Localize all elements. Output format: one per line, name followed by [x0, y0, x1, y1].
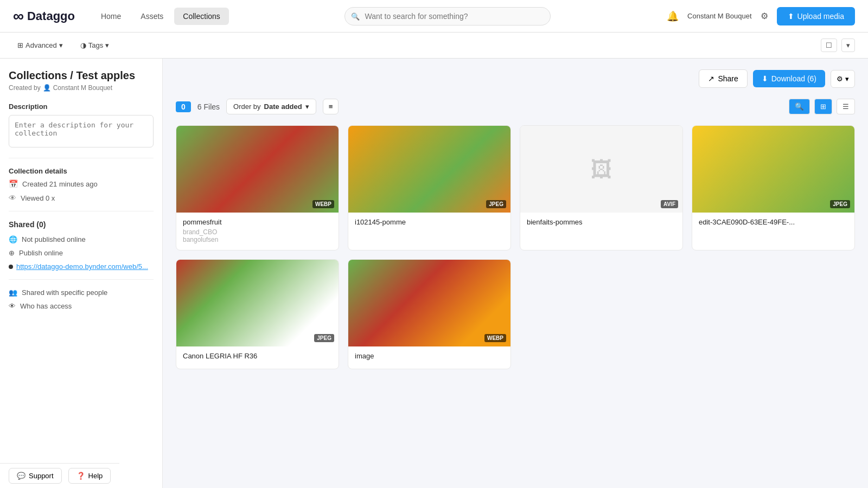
order-chevron-icon: ▾: [305, 102, 309, 111]
logo[interactable]: ∞ Dataggo: [13, 8, 75, 25]
card-info: i102145-pomme: [348, 213, 510, 235]
upload-label: Upload media: [797, 12, 844, 21]
asset-card[interactable]: WEBP pommesfruit brand_CBObangolufsen: [176, 125, 339, 251]
share-button[interactable]: ↗ Share: [699, 69, 747, 88]
asset-card[interactable]: 🖼 AVIF bienfaits-pommes: [520, 125, 683, 251]
notification-button[interactable]: 🔔: [667, 10, 679, 22]
divider-3: [9, 279, 154, 280]
support-button[interactable]: 💬 Support: [9, 468, 62, 484]
card-image-wrap: WEBP: [348, 260, 510, 346]
card-title: Canon LEGRIA HF R36: [183, 352, 332, 360]
user-name: Constant M Bouquet: [687, 12, 752, 20]
search-input[interactable]: [344, 7, 551, 25]
publish-label: Publish online: [19, 249, 63, 257]
user-icon: 👤: [43, 84, 51, 92]
download-label: Download (6): [771, 74, 816, 83]
view-chevron-button[interactable]: ▾: [841, 38, 855, 52]
main-nav: Home Assets Collections: [92, 8, 229, 25]
card-title: pommesfruit: [183, 218, 332, 226]
card-meta2: bangolufsen: [183, 236, 332, 243]
collection-settings-button[interactable]: ⚙ ▾: [831, 70, 855, 88]
eye-icon: 👁: [9, 194, 16, 202]
divider-1: [9, 158, 154, 158]
order-value: Date added: [264, 102, 302, 111]
help-button[interactable]: ❓ Help: [68, 468, 111, 484]
support-icon: 💬: [17, 472, 25, 480]
list-view-button[interactable]: ☰: [837, 99, 855, 114]
dot-icon: [9, 265, 13, 269]
nav-collections[interactable]: Collections: [174, 8, 228, 25]
filter-bar: 0 6 Files Order by Date added ▾ ≡ 🔍 ⊞ ☰: [176, 99, 855, 114]
search-icon: 🔍: [351, 12, 360, 20]
asset-card[interactable]: JPEG i102145-pomme: [348, 125, 511, 251]
tags-button[interactable]: ◑ Tags ▾: [76, 39, 113, 52]
who-has-access-label: Who has access: [20, 302, 72, 310]
not-published-item[interactable]: 🌐 Not published online: [9, 235, 154, 243]
divider-2: [9, 211, 154, 211]
logo-text: Dataggo: [27, 9, 75, 23]
people-icon: 👥: [9, 288, 17, 297]
card-image-wrap: WEBP: [176, 126, 339, 213]
main-header-actions: ↗ Share ⬇ Download (6) ⚙ ▾: [699, 69, 855, 88]
search-toggle-button[interactable]: 🔍: [789, 99, 810, 114]
files-count-label: 6 Files: [197, 102, 220, 111]
sidebar: Collections / Test apples Created by 👤 C…: [0, 59, 163, 488]
card-image-wrap: JPEG: [176, 260, 339, 346]
main-header: ↗ Share ⬇ Download (6) ⚙ ▾: [176, 69, 855, 88]
description-input[interactable]: [9, 115, 154, 147]
advanced-label: Advanced: [25, 41, 57, 49]
asset-card[interactable]: WEBP image: [348, 259, 511, 369]
collection-details-label: Collection details: [9, 167, 154, 175]
globe-icon: 🌐: [9, 235, 17, 243]
created-by-label: Created by: [9, 84, 41, 92]
asset-card[interactable]: JPEG edit-3CAE090D-63EE-49FE-...: [692, 125, 855, 251]
advanced-button[interactable]: ⊞ Advanced ▾: [13, 39, 67, 52]
shared-title: Shared (0): [9, 220, 154, 229]
filter-icon: ⊞: [17, 41, 23, 49]
logo-symbol: ∞: [13, 8, 24, 25]
download-button[interactable]: ⬇ Download (6): [753, 70, 825, 87]
created-detail: 📅 Created 21 minutes ago: [9, 179, 154, 188]
nav-assets[interactable]: Assets: [132, 8, 172, 25]
view-mode-button[interactable]: ☐: [821, 38, 837, 52]
publish-online-item[interactable]: ⊕ Publish online: [9, 249, 154, 257]
card-image-wrap: JPEG: [348, 126, 510, 213]
created-by-row: Created by 👤 Constant M Bouquet: [9, 84, 154, 92]
nav-home[interactable]: Home: [92, 8, 130, 25]
upload-media-button[interactable]: ⬆ Upload media: [777, 7, 855, 25]
not-published-label: Not published online: [22, 235, 86, 243]
toolbar-right: ☐ ▾: [821, 38, 855, 52]
format-badge: JPEG: [314, 334, 334, 342]
sort-icon: ≡: [329, 102, 333, 111]
gear-chevron-icon: ▾: [845, 75, 849, 83]
viewed-text: Viewed 0 x: [21, 194, 55, 202]
filter-right: 🔍 ⊞ ☰: [789, 99, 855, 114]
card-title: edit-3CAE090D-63EE-49FE-...: [699, 218, 848, 226]
tags-label: Tags: [88, 41, 103, 49]
support-label: Support: [29, 472, 54, 480]
card-title: image: [355, 352, 504, 360]
shared-people-item[interactable]: 👥 Shared with specific people: [9, 288, 154, 297]
card-info: pommesfruit brand_CBObangolufsen: [176, 213, 339, 250]
tags-chevron-icon: ▾: [105, 41, 109, 49]
help-icon: ❓: [76, 472, 85, 480]
created-text: Created 21 minutes ago: [22, 180, 98, 188]
viewed-detail: 👁 Viewed 0 x: [9, 194, 154, 202]
share-url-text: https://dataggo-demo.bynder.com/web/5...: [16, 262, 148, 271]
format-badge: WEBP: [312, 200, 334, 208]
share-url-item[interactable]: https://dataggo-demo.bynder.com/web/5...: [9, 262, 154, 271]
card-title: bienfaits-pommes: [527, 218, 676, 226]
description-label: Description: [9, 102, 154, 111]
eye-access-icon: 👁: [9, 302, 16, 310]
who-has-access-item[interactable]: 👁 Who has access: [9, 302, 154, 310]
selected-count-badge: 0: [176, 101, 191, 112]
topbar: ∞ Dataggo Home Assets Collections 🔍 🔔 Co…: [0, 0, 868, 33]
content-area: Collections / Test apples Created by 👤 C…: [0, 59, 868, 488]
advanced-chevron-icon: ▾: [59, 41, 63, 49]
sort-button[interactable]: ≡: [323, 99, 339, 114]
asset-card[interactable]: JPEG Canon LEGRIA HF R36: [176, 259, 339, 369]
grid-view-button[interactable]: ⊞: [814, 99, 832, 114]
card-image-wrap: JPEG: [692, 126, 854, 213]
order-select[interactable]: Order by Date added ▾: [226, 99, 316, 114]
settings-icon-button[interactable]: ⚙: [761, 11, 768, 21]
